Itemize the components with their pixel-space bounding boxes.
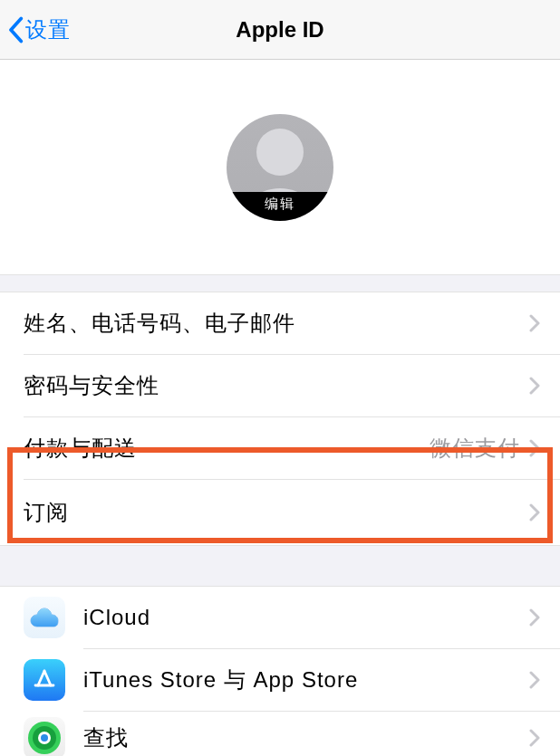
subscription-row[interactable]: 订阅 xyxy=(0,480,560,545)
appstore-icon xyxy=(24,659,65,701)
row-label: iCloud xyxy=(83,605,529,630)
row-label: 姓名、电话号码、电子邮件 xyxy=(24,309,529,338)
name-phone-email-row[interactable]: 姓名、电话号码、电子邮件 xyxy=(0,292,560,354)
row-label: 密码与安全性 xyxy=(24,371,529,400)
svg-line-0 xyxy=(38,671,44,685)
chevron-right-icon xyxy=(529,439,540,457)
chevron-right-icon xyxy=(529,377,540,395)
icloud-icon xyxy=(24,597,65,638)
chevron-right-icon xyxy=(529,503,540,522)
chevron-right-icon xyxy=(529,729,540,747)
findmy-row[interactable]: 查找 xyxy=(0,712,560,756)
row-label: 订阅 xyxy=(24,498,529,527)
back-button[interactable]: 设置 xyxy=(0,15,71,44)
password-security-row[interactable]: 密码与安全性 xyxy=(0,355,560,416)
chevron-right-icon xyxy=(529,314,540,332)
avatar[interactable]: 编辑 xyxy=(227,114,333,221)
services-group: iCloud iTunes Store 与 App Store 查找 xyxy=(0,587,560,756)
row-label: iTunes Store 与 App Store xyxy=(83,665,529,694)
chevron-left-icon xyxy=(7,16,24,43)
avatar-head-icon xyxy=(256,129,304,176)
chevron-right-icon xyxy=(529,671,540,689)
icloud-row[interactable]: iCloud xyxy=(0,587,560,648)
chevron-right-icon xyxy=(529,608,540,627)
itunes-appstore-row[interactable]: iTunes Store 与 App Store xyxy=(0,649,560,711)
page-title: Apple ID xyxy=(0,17,560,43)
profile-section: 编辑 xyxy=(0,60,560,275)
findmy-icon xyxy=(24,717,65,756)
row-value: 微信支付 xyxy=(430,434,520,463)
avatar-edit-label: 编辑 xyxy=(227,192,333,221)
svg-point-6 xyxy=(41,734,48,742)
section-gap xyxy=(0,545,560,587)
row-label: 查找 xyxy=(83,723,529,752)
nav-bar: 设置 Apple ID xyxy=(0,0,560,60)
section-gap xyxy=(0,275,560,292)
row-label: 付款与配送 xyxy=(24,434,430,463)
svg-line-1 xyxy=(44,671,51,685)
back-label: 设置 xyxy=(25,15,71,44)
account-group: 姓名、电话号码、电子邮件 密码与安全性 付款与配送 微信支付 订阅 xyxy=(0,292,560,545)
payment-shipping-row[interactable]: 付款与配送 微信支付 xyxy=(0,417,560,479)
